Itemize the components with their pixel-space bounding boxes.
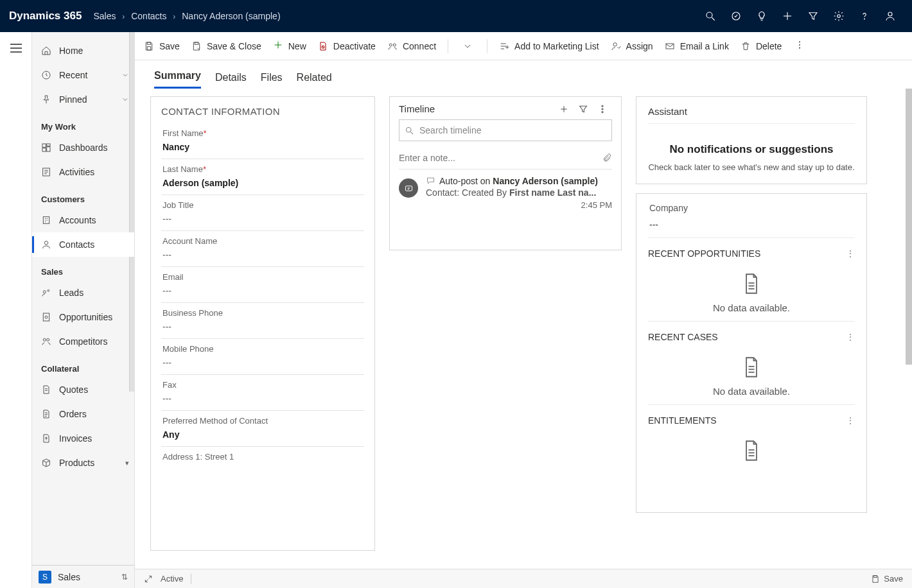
tab-related[interactable]: Related — [297, 72, 332, 89]
relations-card: Company --- RECENT OPPORTUNITIES⋮ No dat… — [636, 193, 867, 513]
chevron-down-icon — [121, 71, 129, 79]
breadcrumb-area[interactable]: Sales — [93, 11, 116, 21]
nav-products[interactable]: Products▾ — [32, 451, 134, 475]
nav-label: Orders — [59, 409, 87, 419]
field-preferred-contact[interactable]: Preferred Method of ContactAny — [161, 411, 364, 447]
cmd-label: Delete — [756, 41, 782, 51]
nav-opportunities[interactable]: Opportunities — [32, 305, 134, 329]
gear-icon[interactable] — [826, 3, 852, 29]
field-mobilephone[interactable]: Mobile Phone--- — [161, 339, 364, 375]
attachment-icon[interactable] — [602, 153, 612, 162]
timeline-enter-note[interactable]: Enter a note... — [399, 146, 612, 169]
content-scrollbar[interactable] — [906, 89, 912, 365]
email-link-button[interactable]: Email a Link — [665, 41, 729, 51]
assign-button[interactable]: Assign — [611, 41, 653, 51]
nav-label: Competitors — [59, 336, 107, 347]
svg-point-20 — [43, 291, 46, 293]
svg-point-24 — [43, 338, 46, 341]
nav-invoices[interactable]: Invoices — [32, 426, 134, 451]
search-icon[interactable] — [697, 3, 723, 29]
timeline-add-icon[interactable] — [554, 104, 574, 114]
delete-button[interactable]: Delete — [741, 41, 782, 51]
task-flow-icon[interactable] — [723, 3, 749, 29]
nav-contacts[interactable]: Contacts — [32, 232, 134, 257]
section-entitlements: ENTITLEMENTS⋮ — [648, 404, 855, 477]
nav-quotes[interactable]: Quotes — [32, 377, 134, 402]
section-more-icon[interactable]: ⋮ — [846, 332, 855, 342]
cmd-label: Deactivate — [333, 41, 376, 51]
section-more-icon[interactable]: ⋮ — [846, 248, 855, 259]
connect-split-chevron[interactable] — [460, 41, 475, 51]
field-firstname[interactable]: First Name*Nancy — [161, 123, 364, 159]
tab-files[interactable]: Files — [261, 72, 283, 89]
svg-rect-47 — [405, 186, 412, 191]
footer-save-label: Save — [884, 574, 903, 584]
chevron-down-icon — [121, 96, 129, 103]
breadcrumb: Sales › Contacts › Nancy Aderson (sample… — [93, 11, 280, 21]
timeline-item-sub-prefix: Contact: Created By — [426, 187, 509, 198]
help-icon[interactable] — [852, 3, 877, 29]
tab-summary[interactable]: Summary — [154, 70, 201, 89]
hamburger-icon[interactable] — [10, 44, 22, 55]
save-button[interactable]: Save — [144, 41, 180, 51]
connect-button[interactable]: Connect — [387, 41, 436, 51]
record-status: Active — [161, 574, 183, 584]
assistant-heading: Assistant — [648, 106, 855, 124]
field-email[interactable]: Email--- — [161, 267, 364, 303]
field-jobtitle[interactable]: Job Title--- — [161, 195, 364, 231]
section-heading: RECENT CASES — [648, 332, 718, 342]
timeline-filter-icon[interactable] — [574, 104, 593, 114]
nodata-text: No data available. — [713, 386, 790, 397]
svg-point-35 — [613, 42, 617, 46]
document-icon — [742, 356, 760, 378]
timeline-heading: Timeline — [399, 103, 435, 114]
nav-label: Accounts — [59, 215, 96, 225]
menu-rail — [0, 32, 32, 588]
field-businessphone[interactable]: Business Phone--- — [161, 303, 364, 339]
deactivate-button[interactable]: Deactivate — [318, 41, 376, 51]
cmd-label: Connect — [403, 41, 436, 51]
nav-home[interactable]: Home — [32, 39, 134, 63]
global-header: Dynamics 365 Sales › Contacts › Nancy Ad… — [0, 0, 912, 32]
nav-orders[interactable]: Orders — [32, 402, 134, 426]
tab-details[interactable]: Details — [215, 72, 247, 89]
timeline-more-icon[interactable] — [593, 104, 612, 114]
nav-competitors[interactable]: Competitors — [32, 329, 134, 354]
lightbulb-icon[interactable] — [749, 3, 775, 29]
nav-label: Recent — [59, 70, 87, 80]
nav-pinned[interactable]: Pinned — [32, 87, 134, 112]
nav-dashboards[interactable]: Dashboards — [32, 135, 134, 160]
field-company[interactable]: Company --- — [648, 203, 855, 238]
save-close-button[interactable]: Save & Close — [191, 41, 261, 51]
nav-group-customers: Customers — [32, 184, 134, 208]
cmd-label: Email a Link — [680, 41, 729, 51]
nav-activities[interactable]: Activities — [32, 160, 134, 184]
new-button[interactable]: New — [273, 40, 306, 52]
nav-leads[interactable]: Leads — [32, 281, 134, 305]
nav-accounts[interactable]: Accounts — [32, 208, 134, 232]
nav-label: Opportunities — [59, 312, 112, 322]
plus-icon[interactable] — [775, 3, 800, 29]
svg-rect-48 — [874, 575, 877, 577]
expand-icon[interactable] — [144, 575, 153, 584]
filter-icon[interactable] — [800, 3, 826, 29]
svg-rect-26 — [147, 42, 150, 44]
section-more-icon[interactable]: ⋮ — [846, 415, 855, 426]
footer-save-button[interactable]: Save — [871, 574, 903, 584]
area-switcher[interactable]: S Sales ⇅ — [32, 565, 134, 588]
field-lastname[interactable]: Last Name*Aderson (sample) — [161, 159, 364, 195]
field-accountname[interactable]: Account Name--- — [161, 231, 364, 267]
breadcrumb-entity[interactable]: Contacts — [131, 11, 166, 21]
more-commands-icon[interactable] — [794, 40, 805, 52]
user-icon[interactable] — [877, 3, 903, 29]
timeline-search-input[interactable]: Search timeline — [399, 119, 612, 141]
field-fax[interactable]: Fax--- — [161, 375, 364, 411]
nav-recent[interactable]: Recent — [32, 63, 134, 87]
cmd-label: Save & Close — [207, 41, 261, 51]
document-icon — [742, 440, 760, 462]
svg-point-23 — [45, 316, 48, 318]
svg-rect-27 — [147, 46, 150, 49]
timeline-item[interactable]: Auto-post on Nancy Aderson (sample) Cont… — [390, 169, 621, 216]
field-address1-street1[interactable]: Address 1: Street 1 — [161, 447, 364, 472]
add-to-marketing-list-button[interactable]: Add to Marketing List — [499, 41, 599, 51]
